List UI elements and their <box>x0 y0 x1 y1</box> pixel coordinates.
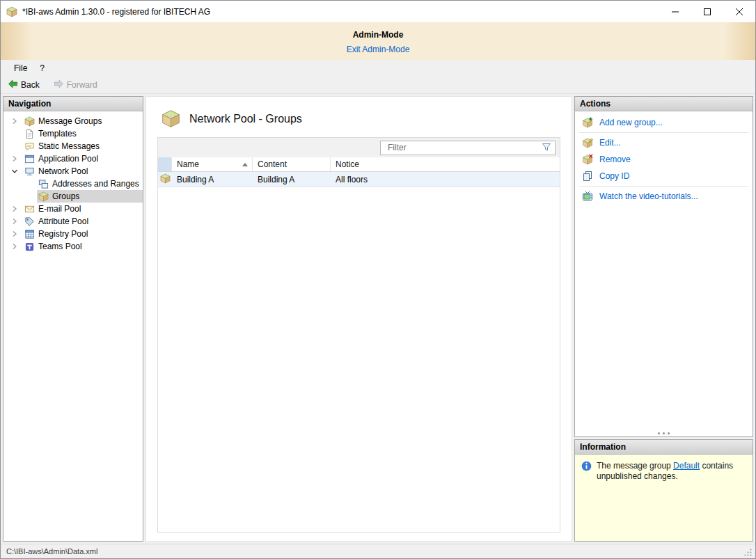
information-text: The message group Default contains unpub… <box>597 461 746 535</box>
video-tutorials-action[interactable]: Watch the video-tutorials... <box>575 188 753 205</box>
information-header: Information <box>575 440 753 455</box>
sort-ascending-icon <box>242 163 248 166</box>
minimize-button[interactable] <box>659 1 691 22</box>
nav-item-attribute-pool[interactable]: Attribute Pool <box>3 215 143 228</box>
titlebar: *IBI-aws Admin 1.30.0 - registered for I… <box>1 1 755 22</box>
chevron-right-icon[interactable] <box>9 230 23 237</box>
information-panel: Information The message group Default co… <box>574 439 753 542</box>
close-button[interactable] <box>723 1 755 22</box>
nav-item-network-pool[interactable]: Network Pool <box>3 165 143 178</box>
table-select-column-header[interactable] <box>158 157 172 171</box>
action-label: Copy ID <box>599 171 629 181</box>
column-header-notice[interactable]: Notice <box>331 157 560 171</box>
status-path: C:\IBI-aws\Admin\Data.xml <box>6 547 97 556</box>
nav-item-label: Message Groups <box>38 116 102 126</box>
action-label: Watch the video-tutorials... <box>599 191 698 201</box>
chevron-right-icon[interactable] <box>9 118 23 125</box>
info-icon <box>581 461 592 535</box>
nav-item-label: Addresses and Ranges <box>52 179 139 189</box>
nav-item-email-pool[interactable]: E-mail Pool <box>3 203 143 215</box>
window-controls <box>659 1 755 22</box>
network-pool-icon <box>24 166 35 177</box>
nav-item-registry-pool[interactable]: Registry Pool <box>3 228 143 240</box>
filter-input[interactable] <box>388 143 542 152</box>
chevron-right-icon[interactable] <box>9 205 23 212</box>
nav-item-label: Groups <box>52 191 79 201</box>
menubar: File ? <box>1 60 755 77</box>
chevron-right-icon[interactable] <box>9 218 23 225</box>
groups-table-block: Name Content Notice <box>157 137 560 533</box>
actions-separator <box>579 132 748 133</box>
splitter-handle[interactable] <box>658 430 670 436</box>
chevron-right-icon[interactable] <box>9 243 23 250</box>
maximize-button[interactable] <box>691 1 723 22</box>
nav-item-addresses-and-ranges[interactable]: Addresses and Ranges <box>3 178 143 190</box>
nav-item-label: Registry Pool <box>38 229 88 239</box>
toolbar: Back Forward <box>1 77 755 94</box>
add-group-icon <box>582 117 593 128</box>
templates-icon <box>24 129 35 139</box>
information-body: The message group Default contains unpub… <box>575 455 753 541</box>
main-title-row: Network Pool - Groups <box>162 109 572 128</box>
edit-action[interactable]: Edit... <box>575 134 753 151</box>
message-groups-icon <box>24 116 35 127</box>
copy-id-action[interactable]: Copy ID <box>575 168 753 184</box>
chevron-right-icon[interactable] <box>9 155 23 162</box>
row-cell-notice: All floors <box>331 172 560 187</box>
video-tutorials-icon <box>582 191 593 202</box>
chevron-down-icon[interactable] <box>9 168 23 175</box>
filter-funnel-icon[interactable] <box>542 142 551 154</box>
email-pool-icon <box>24 204 35 214</box>
right-column: Actions Add new group... Edit... <box>574 96 753 542</box>
nav-item-label: Teams Pool <box>38 242 82 251</box>
nav-item-label: Attribute Pool <box>38 216 88 226</box>
nav-item-label: Templates <box>38 129 77 139</box>
remove-action[interactable]: Remove <box>575 151 753 168</box>
attribute-pool-icon <box>24 216 35 227</box>
actions-separator <box>579 186 748 187</box>
groups-page-icon <box>162 109 180 128</box>
row-icon-cell <box>158 172 172 187</box>
actions-header: Actions <box>575 97 753 111</box>
actions-panel: Actions Add new group... Edit... <box>574 96 753 437</box>
nav-item-teams-pool[interactable]: Teams Pool <box>3 240 143 253</box>
back-label: Back <box>21 80 40 90</box>
nav-item-static-messages[interactable]: Static Messages <box>3 140 143 152</box>
nav-item-label: Application Pool <box>38 154 98 164</box>
menu-help[interactable]: ? <box>33 61 51 75</box>
forward-button[interactable]: Forward <box>51 78 100 92</box>
nav-item-groups[interactable]: Groups <box>3 190 143 203</box>
nav-item-label: E-mail Pool <box>38 204 81 214</box>
resize-grip[interactable] <box>743 548 753 558</box>
column-header-name[interactable]: Name <box>172 157 253 171</box>
default-group-link[interactable]: Default <box>673 461 700 471</box>
forward-label: Forward <box>67 80 97 90</box>
content-area: Navigation Message Groups Templates Stat… <box>1 94 755 544</box>
filter-row <box>158 138 560 157</box>
nav-item-label: Network Pool <box>38 166 88 176</box>
static-messages-icon <box>24 141 35 152</box>
teams-pool-icon <box>24 242 35 252</box>
app-icon <box>6 6 17 17</box>
filter-box <box>380 141 556 155</box>
table-row[interactable]: Building A Building A All floors <box>158 172 560 187</box>
copy-id-icon <box>582 171 593 182</box>
info-text-before: The message group <box>597 461 673 471</box>
groups-icon <box>38 191 49 202</box>
column-header-content[interactable]: Content <box>253 157 331 171</box>
nav-item-application-pool[interactable]: Application Pool <box>3 152 143 165</box>
action-label: Edit... <box>599 138 621 148</box>
addresses-and-ranges-icon <box>38 179 49 189</box>
actions-list: Add new group... Edit... Remove <box>575 111 753 205</box>
remove-group-icon <box>582 154 593 165</box>
action-label: Add new group... <box>599 118 663 127</box>
add-new-group-action[interactable]: Add new group... <box>575 114 753 131</box>
exit-admin-mode-link[interactable]: Exit Admin-Mode <box>347 45 410 54</box>
back-button[interactable]: Back <box>5 78 42 92</box>
menu-file[interactable]: File <box>8 61 33 75</box>
window-title: *IBI-aws Admin 1.30.0 - registered for I… <box>22 7 210 17</box>
column-header-label: Content <box>258 159 287 169</box>
navigation-tree: Message Groups Templates Static Messages… <box>3 111 143 253</box>
nav-item-message-groups[interactable]: Message Groups <box>3 115 143 127</box>
nav-item-templates[interactable]: Templates <box>3 127 143 140</box>
